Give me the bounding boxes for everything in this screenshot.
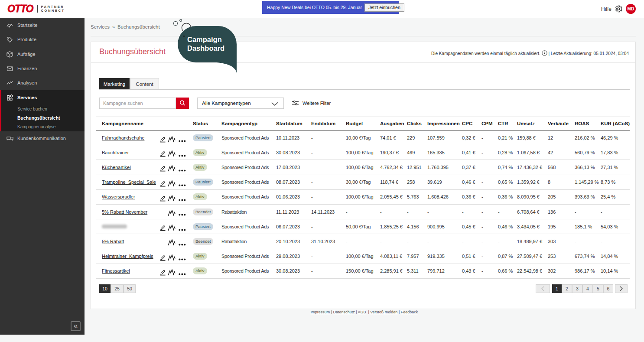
svg-text:Dashboard: Dashboard (187, 44, 224, 52)
svg-text:Campaign: Campaign (187, 36, 222, 43)
